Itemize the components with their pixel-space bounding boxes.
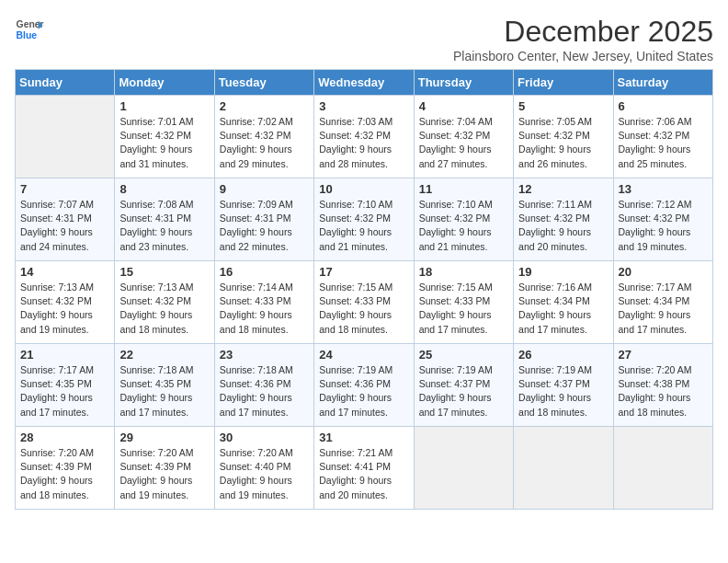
day-number: 19 <box>518 265 608 279</box>
calendar-cell: 24Sunrise: 7:19 AM Sunset: 4:36 PM Dayli… <box>314 344 414 427</box>
calendar-table: SundayMondayTuesdayWednesdayThursdayFrid… <box>15 69 713 510</box>
calendar-cell: 31Sunrise: 7:21 AM Sunset: 4:41 PM Dayli… <box>314 427 414 510</box>
calendar-cell: 19Sunrise: 7:16 AM Sunset: 4:34 PM Dayli… <box>514 261 613 344</box>
calendar-week-row: 1Sunrise: 7:01 AM Sunset: 4:32 PM Daylig… <box>16 96 713 178</box>
day-number: 5 <box>518 99 608 113</box>
calendar-header-friday: Friday <box>514 70 613 96</box>
calendar-cell: 6Sunrise: 7:06 AM Sunset: 4:32 PM Daylig… <box>613 96 712 178</box>
calendar-week-row: 28Sunrise: 7:20 AM Sunset: 4:39 PM Dayli… <box>16 427 713 510</box>
svg-text:Blue: Blue <box>17 30 38 40</box>
calendar-cell: 8Sunrise: 7:08 AM Sunset: 4:31 PM Daylig… <box>115 178 214 261</box>
day-info: Sunrise: 7:19 AM Sunset: 4:36 PM Dayligh… <box>319 363 408 419</box>
calendar-cell <box>514 427 613 510</box>
calendar-header-monday: Monday <box>115 70 214 96</box>
day-number: 29 <box>119 431 209 444</box>
day-info: Sunrise: 7:02 AM Sunset: 4:32 PM Dayligh… <box>220 115 309 171</box>
day-number: 16 <box>220 265 309 279</box>
day-info: Sunrise: 7:15 AM Sunset: 4:33 PM Dayligh… <box>419 281 508 337</box>
day-info: Sunrise: 7:11 AM Sunset: 4:32 PM Dayligh… <box>518 198 608 254</box>
day-number: 7 <box>20 182 109 196</box>
day-number: 14 <box>20 265 109 279</box>
calendar-week-row: 7Sunrise: 7:07 AM Sunset: 4:31 PM Daylig… <box>16 178 713 261</box>
day-number: 15 <box>119 265 209 279</box>
calendar-header-thursday: Thursday <box>414 70 513 96</box>
calendar-cell: 16Sunrise: 7:14 AM Sunset: 4:33 PM Dayli… <box>214 261 313 344</box>
calendar-cell: 13Sunrise: 7:12 AM Sunset: 4:32 PM Dayli… <box>613 178 712 261</box>
calendar-cell: 12Sunrise: 7:11 AM Sunset: 4:32 PM Dayli… <box>514 178 613 261</box>
page-header: General Blue December 2025 Plainsboro Ce… <box>15 15 713 63</box>
day-number: 26 <box>518 348 608 362</box>
calendar-cell: 30Sunrise: 7:20 AM Sunset: 4:40 PM Dayli… <box>214 427 313 510</box>
day-number: 28 <box>20 431 109 444</box>
day-number: 27 <box>619 348 708 362</box>
calendar-cell: 26Sunrise: 7:19 AM Sunset: 4:37 PM Dayli… <box>514 344 613 427</box>
title-block: December 2025 Plainsboro Center, New Jer… <box>453 15 713 63</box>
day-number: 24 <box>319 348 408 362</box>
day-info: Sunrise: 7:12 AM Sunset: 4:32 PM Dayligh… <box>619 198 708 254</box>
day-info: Sunrise: 7:20 AM Sunset: 4:38 PM Dayligh… <box>619 363 708 419</box>
day-number: 3 <box>319 99 408 113</box>
day-info: Sunrise: 7:20 AM Sunset: 4:40 PM Dayligh… <box>220 446 309 502</box>
day-info: Sunrise: 7:05 AM Sunset: 4:32 PM Dayligh… <box>518 115 608 171</box>
day-info: Sunrise: 7:18 AM Sunset: 4:35 PM Dayligh… <box>119 363 209 419</box>
day-number: 17 <box>319 265 408 279</box>
calendar-cell: 10Sunrise: 7:10 AM Sunset: 4:32 PM Dayli… <box>314 178 414 261</box>
day-info: Sunrise: 7:16 AM Sunset: 4:34 PM Dayligh… <box>518 281 608 337</box>
calendar-cell: 2Sunrise: 7:02 AM Sunset: 4:32 PM Daylig… <box>214 96 313 178</box>
day-info: Sunrise: 7:13 AM Sunset: 4:32 PM Dayligh… <box>20 281 109 337</box>
day-number: 6 <box>619 99 708 113</box>
calendar-week-row: 14Sunrise: 7:13 AM Sunset: 4:32 PM Dayli… <box>16 261 713 344</box>
day-number: 9 <box>220 182 309 196</box>
day-info: Sunrise: 7:15 AM Sunset: 4:33 PM Dayligh… <box>319 281 408 337</box>
calendar-header-sunday: Sunday <box>16 70 115 96</box>
calendar-header-row: SundayMondayTuesdayWednesdayThursdayFrid… <box>16 70 713 96</box>
calendar-cell: 18Sunrise: 7:15 AM Sunset: 4:33 PM Dayli… <box>414 261 513 344</box>
day-info: Sunrise: 7:04 AM Sunset: 4:32 PM Dayligh… <box>419 115 508 171</box>
month-title: December 2025 <box>453 15 713 49</box>
day-info: Sunrise: 7:06 AM Sunset: 4:32 PM Dayligh… <box>619 115 708 171</box>
calendar-header-wednesday: Wednesday <box>314 70 414 96</box>
calendar-cell: 1Sunrise: 7:01 AM Sunset: 4:32 PM Daylig… <box>115 96 214 178</box>
day-number: 1 <box>119 99 209 113</box>
calendar-week-row: 21Sunrise: 7:17 AM Sunset: 4:35 PM Dayli… <box>16 344 713 427</box>
day-info: Sunrise: 7:10 AM Sunset: 4:32 PM Dayligh… <box>419 198 508 254</box>
day-info: Sunrise: 7:20 AM Sunset: 4:39 PM Dayligh… <box>20 446 109 502</box>
calendar-cell: 11Sunrise: 7:10 AM Sunset: 4:32 PM Dayli… <box>414 178 513 261</box>
day-info: Sunrise: 7:21 AM Sunset: 4:41 PM Dayligh… <box>319 446 408 502</box>
calendar-cell: 14Sunrise: 7:13 AM Sunset: 4:32 PM Dayli… <box>16 261 115 344</box>
calendar-cell: 5Sunrise: 7:05 AM Sunset: 4:32 PM Daylig… <box>514 96 613 178</box>
day-info: Sunrise: 7:19 AM Sunset: 4:37 PM Dayligh… <box>518 363 608 419</box>
calendar-cell: 4Sunrise: 7:04 AM Sunset: 4:32 PM Daylig… <box>414 96 513 178</box>
calendar-header-tuesday: Tuesday <box>214 70 313 96</box>
day-info: Sunrise: 7:17 AM Sunset: 4:35 PM Dayligh… <box>20 363 109 419</box>
day-info: Sunrise: 7:13 AM Sunset: 4:32 PM Dayligh… <box>119 281 209 337</box>
day-number: 10 <box>319 182 408 196</box>
calendar-header-saturday: Saturday <box>613 70 712 96</box>
day-info: Sunrise: 7:19 AM Sunset: 4:37 PM Dayligh… <box>419 363 508 419</box>
day-info: Sunrise: 7:09 AM Sunset: 4:31 PM Dayligh… <box>220 198 309 254</box>
day-info: Sunrise: 7:17 AM Sunset: 4:34 PM Dayligh… <box>619 281 708 337</box>
calendar-cell: 28Sunrise: 7:20 AM Sunset: 4:39 PM Dayli… <box>16 427 115 510</box>
calendar-cell: 17Sunrise: 7:15 AM Sunset: 4:33 PM Dayli… <box>314 261 414 344</box>
day-number: 13 <box>619 182 708 196</box>
calendar-cell: 20Sunrise: 7:17 AM Sunset: 4:34 PM Dayli… <box>613 261 712 344</box>
day-number: 11 <box>419 182 508 196</box>
calendar-cell: 27Sunrise: 7:20 AM Sunset: 4:38 PM Dayli… <box>613 344 712 427</box>
calendar-cell: 29Sunrise: 7:20 AM Sunset: 4:39 PM Dayli… <box>115 427 214 510</box>
day-info: Sunrise: 7:20 AM Sunset: 4:39 PM Dayligh… <box>119 446 209 502</box>
day-number: 20 <box>619 265 708 279</box>
logo-icon: General Blue <box>15 15 44 44</box>
calendar-cell: 23Sunrise: 7:18 AM Sunset: 4:36 PM Dayli… <box>214 344 313 427</box>
day-info: Sunrise: 7:07 AM Sunset: 4:31 PM Dayligh… <box>20 198 109 254</box>
calendar-cell: 25Sunrise: 7:19 AM Sunset: 4:37 PM Dayli… <box>414 344 513 427</box>
day-info: Sunrise: 7:01 AM Sunset: 4:32 PM Dayligh… <box>119 115 209 171</box>
calendar-cell: 15Sunrise: 7:13 AM Sunset: 4:32 PM Dayli… <box>115 261 214 344</box>
location: Plainsboro Center, New Jersey, United St… <box>453 49 713 63</box>
calendar-cell: 7Sunrise: 7:07 AM Sunset: 4:31 PM Daylig… <box>16 178 115 261</box>
calendar-cell: 9Sunrise: 7:09 AM Sunset: 4:31 PM Daylig… <box>214 178 313 261</box>
day-number: 25 <box>419 348 508 362</box>
calendar-cell <box>16 96 115 178</box>
day-number: 21 <box>20 348 109 362</box>
calendar-cell <box>613 427 712 510</box>
day-number: 12 <box>518 182 608 196</box>
